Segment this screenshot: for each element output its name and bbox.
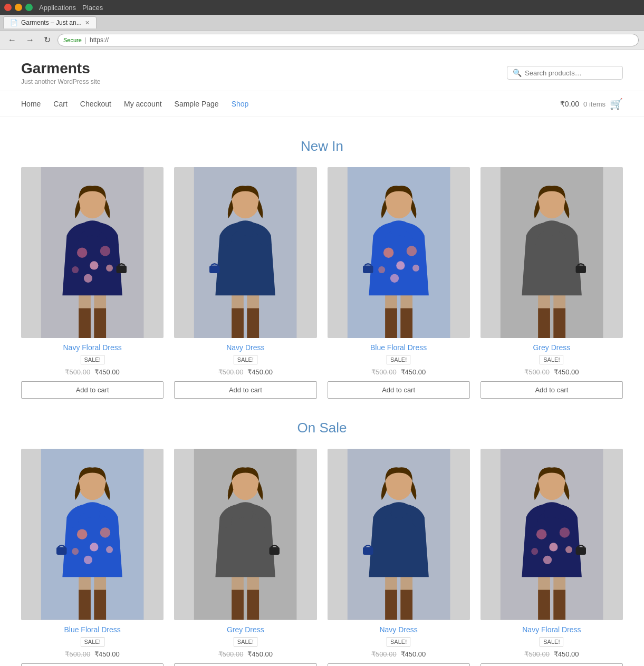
site-title: Garments <box>21 60 101 77</box>
svg-point-50 <box>106 546 113 553</box>
nav-home[interactable]: Home <box>21 100 41 108</box>
product-name[interactable]: Blue Floral Dress <box>21 625 164 634</box>
price-area: ₹500.00 ₹450.00 <box>328 368 470 376</box>
product-image <box>480 449 623 620</box>
product-name[interactable]: Blue Floral Dress <box>328 343 470 352</box>
product-name[interactable]: Navy Dress <box>328 625 470 634</box>
nav-checkout[interactable]: Checkout <box>80 100 111 108</box>
svg-rect-17 <box>247 308 259 339</box>
reload-button[interactable]: ↻ <box>41 34 53 46</box>
original-price: ₹500.00 <box>218 368 244 376</box>
product-name[interactable]: Navy Floral Dress <box>21 343 164 352</box>
nav-links: Home Cart Checkout My account Sample Pag… <box>21 100 248 108</box>
browser-tab[interactable]: 📄 Garments – Just an... ✕ <box>3 16 97 28</box>
add-to-cart-button[interactable]: Add to cart <box>174 381 316 399</box>
sale-badge: SALE! <box>81 637 104 646</box>
sale-price: ₹450.00 <box>554 368 579 376</box>
site-branding: Garments Just another WordPress site <box>21 60 101 85</box>
on-sale-grid: Blue Floral Dress SALE! ₹500.00 ₹450.00 … <box>21 449 623 666</box>
sale-price: ₹450.00 <box>94 650 120 658</box>
back-button[interactable]: ← <box>5 34 19 46</box>
original-price: ₹500.00 <box>218 650 244 658</box>
svg-rect-57 <box>247 590 259 620</box>
svg-rect-37 <box>553 308 565 339</box>
product-card: Blue Floral Dress SALE! ₹500.00 ₹450.00 … <box>328 167 470 399</box>
os-bar: Applications Places <box>0 0 644 15</box>
add-to-cart-button[interactable]: Add to cart <box>328 381 470 399</box>
product-name[interactable]: Navy Floral Dress <box>480 625 623 634</box>
svg-rect-23 <box>385 308 397 339</box>
sale-badge: SALE! <box>234 355 257 364</box>
svg-point-6 <box>90 261 98 269</box>
price-area: ₹500.00 ₹450.00 <box>21 650 164 658</box>
tab-close-button[interactable]: ✕ <box>85 20 90 26</box>
maximize-button[interactable] <box>25 4 33 11</box>
add-to-cart-button[interactable]: Add to cart <box>328 663 470 666</box>
svg-rect-44 <box>94 590 106 620</box>
main-content: New In <box>0 117 644 666</box>
original-price: ₹500.00 <box>371 368 397 376</box>
add-to-cart-button[interactable]: Add to cart <box>21 663 164 666</box>
tab-favicon: 📄 <box>10 19 18 26</box>
places-menu[interactable]: Places <box>82 4 103 12</box>
close-button[interactable] <box>4 4 12 11</box>
product-card: Grey Dress SALE! ₹500.00 ₹450.00 Add to … <box>174 449 316 666</box>
product-image-inner <box>480 449 623 620</box>
svg-rect-70 <box>538 590 550 620</box>
product-name[interactable]: Navy Dress <box>174 343 316 352</box>
nav-shop[interactable]: Shop <box>232 100 249 108</box>
cart-icon[interactable]: 🛒 <box>610 98 623 110</box>
product-image <box>174 167 316 338</box>
window-controls <box>4 4 33 11</box>
price-area: ₹500.00 ₹450.00 <box>174 650 316 658</box>
add-to-cart-button[interactable]: Add to cart <box>480 663 623 666</box>
applications-menu[interactable]: Applications <box>39 4 76 12</box>
svg-point-25 <box>383 247 393 257</box>
sale-price: ₹450.00 <box>247 650 273 658</box>
sale-price: ₹450.00 <box>247 368 273 376</box>
search-bar[interactable]: 🔍 <box>507 66 623 80</box>
price-area: ₹500.00 ₹450.00 <box>21 368 164 376</box>
sale-badge: SALE! <box>540 355 563 364</box>
original-price: ₹500.00 <box>65 368 90 376</box>
svg-point-7 <box>100 246 110 256</box>
product-name[interactable]: Grey Dress <box>174 625 316 634</box>
nav-sample-page[interactable]: Sample Page <box>175 100 219 108</box>
add-to-cart-button[interactable]: Add to cart <box>21 381 164 399</box>
product-image-inner <box>21 449 164 620</box>
svg-point-27 <box>406 246 416 256</box>
svg-point-8 <box>84 274 92 283</box>
svg-rect-24 <box>400 308 412 339</box>
minimize-button[interactable] <box>15 4 22 11</box>
svg-rect-16 <box>232 308 244 339</box>
svg-rect-32 <box>363 265 373 273</box>
product-card: Navy Floral Dress SALE! ₹500.00 ₹450.00 … <box>480 449 623 666</box>
forward-button[interactable]: → <box>23 34 37 46</box>
add-to-cart-button[interactable]: Add to cart <box>480 381 623 399</box>
add-to-cart-button[interactable]: Add to cart <box>174 663 316 666</box>
search-input[interactable] <box>525 69 617 77</box>
product-image <box>480 167 623 338</box>
nav-cart[interactable]: Cart <box>53 100 67 108</box>
product-name[interactable]: Grey Dress <box>480 343 623 352</box>
nav-my-account[interactable]: My account <box>124 100 162 108</box>
browser-bar: ← → ↻ Secure | https:// <box>0 31 644 50</box>
svg-point-74 <box>559 527 569 537</box>
product-image <box>21 449 164 620</box>
svg-rect-19 <box>209 265 219 273</box>
svg-point-5 <box>77 247 87 257</box>
price-area: ₹500.00 ₹450.00 <box>480 650 623 658</box>
svg-rect-52 <box>56 547 66 555</box>
cart-items-count: 0 items <box>583 100 605 108</box>
product-image <box>21 167 164 338</box>
address-bar[interactable]: Secure | https:// <box>57 34 639 46</box>
product-image-inner <box>328 449 470 620</box>
original-price: ₹500.00 <box>371 650 397 658</box>
svg-point-45 <box>77 529 87 539</box>
product-image <box>174 449 316 620</box>
product-image-inner <box>328 167 470 338</box>
product-image <box>328 449 470 620</box>
svg-point-77 <box>565 546 572 553</box>
sale-badge: SALE! <box>81 355 104 364</box>
price-area: ₹500.00 ₹450.00 <box>328 650 470 658</box>
